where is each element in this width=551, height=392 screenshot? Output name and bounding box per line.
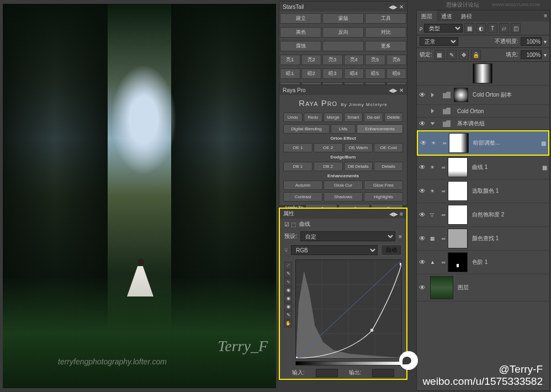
close-icon[interactable]: ◀▶ ≡ [389, 211, 403, 217]
weibo-watermark: @Terry-F weibo.com/u/1575333582 [422, 363, 543, 388]
forum-watermark: 思缘设计论坛 [446, 1, 479, 9]
watermark-name: Terry_F [218, 337, 268, 355]
layer-levels-1[interactable]: 👁▲⫘色阶 1 [417, 251, 549, 274]
raya-author: By Jimmy McIntyre [341, 102, 388, 107]
output-value[interactable] [372, 369, 394, 377]
svg-rect-9 [370, 329, 373, 332]
eyedrop-white[interactable]: ◉ [284, 303, 292, 311]
layer-vibrance-2[interactable]: 👁▽⫘自然饱和度 2 [417, 203, 549, 227]
starstail-panel: StarsTail◀▶ ✕ 建立 蒙版 工具 黑色 反向 对比 腐蚀 更多 亮1… [279, 1, 407, 83]
svg-marker-6 [296, 271, 401, 358]
group-cold-orton[interactable]: Cold Orton [417, 105, 549, 118]
st-tab-2[interactable]: 蒙版 [322, 13, 364, 24]
pencil-tool[interactable]: ✎ [284, 270, 292, 278]
filter-select[interactable]: 类型 [424, 24, 463, 33]
st-erode[interactable]: 腐蚀 [280, 41, 321, 51]
hand-tool[interactable]: ✋ [284, 320, 292, 327]
photo: Terry_F terryfengphotography.lofter.com [3, 4, 276, 388]
lights-row: 亮1亮2亮3亮4亮5亮6 [279, 53, 407, 67]
site-watermark: WWW.MISSYUAN.COM [492, 2, 540, 7]
filter-pixel-icon[interactable]: ▦ [464, 23, 474, 33]
curve-graph[interactable] [295, 259, 402, 359]
st-empty[interactable] [322, 41, 364, 51]
layer-list: 👁Cold Orton 副本 Cold Orton 👁基本调色组 👁☀⫘暗部调整… [417, 62, 549, 392]
curves-label: 曲线 [299, 220, 310, 228]
group-basic-color[interactable]: 👁基本调色组 [417, 118, 549, 130]
gradient-slider[interactable] [295, 361, 402, 365]
on-curve-tool[interactable]: ⟋ [284, 262, 292, 269]
layer-thumb-top[interactable] [417, 62, 549, 86]
st-tab-1[interactable]: 建立 [280, 13, 321, 24]
lock-transparent-icon[interactable]: ▦ [435, 50, 444, 60]
smooth-tool[interactable]: ∿ [284, 278, 292, 286]
subject-figure [127, 258, 155, 303]
properties-panel: 属性◀▶ ≡ ☑ ⬚曲线 预设:自定≡ ☟RGB自动 ⟋ ✎ ∿ ◉ ◉ ◉ ✎… [279, 208, 407, 380]
st-more[interactable]: 更多 [365, 41, 406, 51]
filter-smart-icon[interactable]: ◫ [511, 23, 521, 33]
fill-input[interactable] [521, 50, 542, 59]
st-black[interactable]: 黑色 [280, 27, 321, 38]
st-tab-3[interactable]: 工具 [365, 13, 406, 24]
input-value[interactable] [316, 369, 338, 377]
fx-icon: ▦ [541, 140, 546, 146]
layer-base[interactable]: 👁图层 [417, 274, 549, 301]
raya-panel: Raya Pro◀▶ ✕ Raya ProBy Jimmy McIntyre U… [279, 84, 407, 206]
filter-shape-icon[interactable]: ▱ [499, 23, 509, 33]
weibo-icon [399, 351, 418, 370]
st-contrast[interactable]: 对比 [365, 27, 406, 38]
filter-type-icon[interactable]: T [488, 23, 497, 33]
darks-row: 暗1暗2暗3暗4暗5暗6 [279, 67, 407, 81]
menu-icon[interactable]: ≡ [399, 234, 402, 240]
lock-position-icon[interactable]: ✥ [459, 50, 469, 60]
lock-all-icon[interactable]: 🔒 [471, 50, 481, 60]
svg-rect-10 [400, 263, 401, 266]
lock-paint-icon[interactable]: ✎ [447, 50, 457, 60]
blend-mode-select[interactable]: 正常 [420, 37, 458, 46]
finger-icon[interactable]: ☟ [284, 247, 288, 253]
svg-rect-8 [296, 357, 298, 358]
group-cold-orton-copy[interactable]: 👁Cold Orton 副本 [417, 86, 549, 105]
raya-header: Raya Pro [283, 87, 306, 93]
layer-shadow-adjust[interactable]: 👁☀⫘暗部调整...▦ [417, 130, 549, 156]
raya-title-text: Raya Pro [299, 98, 337, 108]
eyedrop-black[interactable]: ◉ [284, 287, 292, 294]
tab-paths[interactable]: 路径 [457, 10, 476, 22]
close-icon[interactable]: ◀▶ ✕ [389, 4, 404, 10]
eyedrop-gray[interactable]: ◉ [284, 295, 292, 303]
layer-sel-color-1[interactable]: 👁☀⫘选取颜色 1 [417, 179, 549, 203]
st-inv[interactable]: 反向 [322, 27, 364, 38]
opacity-input[interactable] [521, 37, 542, 46]
props-title: 属性 [283, 210, 294, 218]
filter-adj-icon[interactable]: ◐ [476, 23, 486, 33]
curve-tools: ⟋ ✎ ∿ ◉ ◉ ◉ ✎ ✋ [284, 261, 293, 328]
edit-tool[interactable]: ✎ [284, 311, 292, 319]
layers-panel: 图层 通道 路径 ≡ ρ类型 ▦ ◐ T ▱ ◫ 正常 不透明度: ▾ 锁定: … [416, 10, 550, 391]
canvas-area: Terry_F terryfengphotography.lofter.com [0, 0, 276, 392]
preset-select[interactable]: 自定 [300, 231, 395, 241]
close-icon[interactable]: ◀▶ ✕ [389, 87, 404, 93]
curves-icon: ☑ ⬚ [284, 221, 296, 227]
watermark-url: terryfengphotography.lofter.com [58, 357, 167, 366]
auto-button[interactable]: 自动 [381, 245, 402, 256]
layer-color-lookup-1[interactable]: 👁▦⫘颜色查找 1 [417, 227, 549, 251]
channel-select[interactable]: RGB [291, 245, 378, 255]
starstail-title: StarsTail [283, 4, 304, 10]
tab-channels[interactable]: 通道 [437, 10, 457, 22]
panel-menu-icon[interactable]: ≡ [542, 10, 549, 22]
layer-curves-1[interactable]: 👁☀⫘曲线 1▦ [417, 156, 549, 179]
tab-layers[interactable]: 图层 [417, 10, 437, 22]
